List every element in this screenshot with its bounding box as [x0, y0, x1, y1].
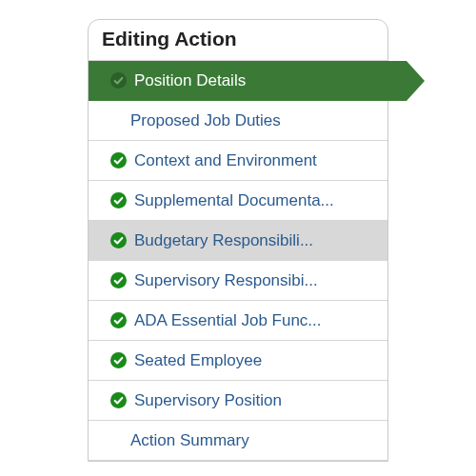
check-circle-icon: [109, 352, 127, 369]
nav-item-label: ADA Essential Job Func...: [134, 311, 353, 330]
nav-item-label: Context and Environment: [134, 151, 353, 170]
nav-items: Position DetailsProposed Job DutiesConte…: [89, 61, 387, 461]
editing-action-panel: Editing Action Position DetailsProposed …: [88, 19, 388, 462]
nav-item-label: Proposed Job Duties: [130, 111, 349, 130]
nav-item-label: Position Details: [134, 71, 353, 90]
svg-point-4: [110, 272, 127, 288]
panel-title: Editing Action: [89, 20, 387, 61]
check-circle-icon: [109, 232, 127, 249]
check-circle-icon: [109, 272, 127, 289]
nav-item-8[interactable]: Supervisory Position: [89, 381, 387, 421]
nav-item-label: Seated Employee: [134, 351, 353, 370]
svg-point-2: [110, 192, 127, 208]
nav-item-4[interactable]: Budgetary Responsibili...: [89, 221, 387, 261]
nav-item-2[interactable]: Context and Environment: [89, 141, 387, 181]
nav-item-label: Supervisory Responsibi...: [134, 271, 353, 290]
svg-point-1: [110, 152, 127, 169]
nav-item-6[interactable]: ADA Essential Job Func...: [89, 301, 387, 341]
check-circle-icon: [109, 312, 127, 329]
nav-item-0[interactable]: Position Details: [89, 61, 407, 101]
nav-item-label: Supplemental Documenta...: [134, 191, 353, 210]
check-circle-icon: [109, 392, 127, 409]
nav-item-1[interactable]: Proposed Job Duties: [89, 101, 387, 141]
nav-item-label: Budgetary Responsibili...: [134, 231, 353, 250]
svg-point-6: [110, 352, 127, 368]
svg-point-5: [110, 312, 127, 328]
svg-point-3: [110, 232, 127, 248]
nav-item-3[interactable]: Supplemental Documenta...: [89, 181, 387, 221]
svg-point-7: [110, 392, 127, 408]
check-circle-icon: [109, 192, 127, 209]
nav-item-label: Action Summary: [130, 431, 349, 450]
nav-item-label: Supervisory Position: [134, 391, 353, 410]
check-circle-icon: [109, 152, 127, 169]
nav-item-5[interactable]: Supervisory Responsibi...: [89, 261, 387, 301]
svg-point-0: [110, 72, 127, 89]
nav-item-9[interactable]: Action Summary: [89, 421, 387, 461]
nav-item-7[interactable]: Seated Employee: [89, 341, 387, 381]
check-circle-icon: [109, 72, 127, 89]
